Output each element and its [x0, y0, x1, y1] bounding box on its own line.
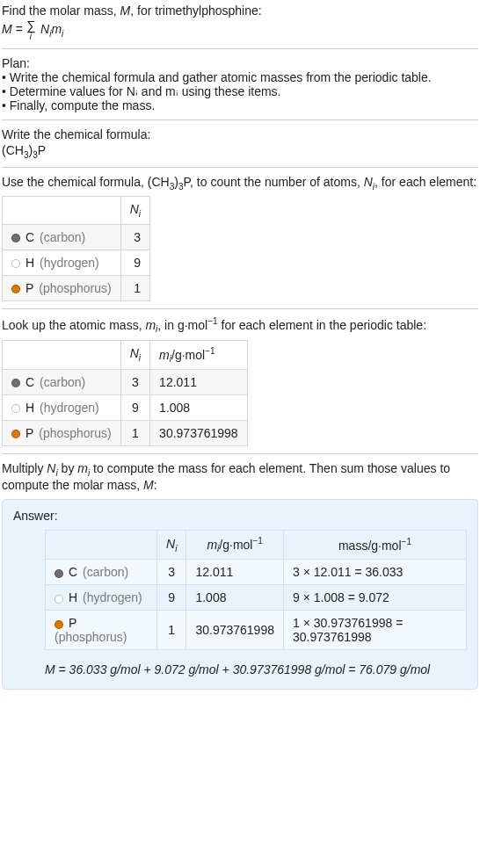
sum-index: i: [30, 33, 32, 41]
table-row: C (carbon) 3 12.011: [3, 370, 248, 395]
table-row: H (hydrogen) 9 1.008: [3, 395, 248, 421]
var-m: m: [77, 461, 88, 475]
var-M: M: [143, 478, 154, 492]
element-symbol: H: [69, 590, 77, 604]
formula-lead: Write the chemical formula:: [2, 127, 478, 141]
table-header-row: Ni mi/g·mol−1: [3, 340, 248, 369]
element-symbol: P: [25, 426, 33, 440]
text: P, to count the number of atoms,: [184, 175, 364, 189]
element-name: (carbon): [40, 230, 85, 244]
eq-m-sub: i: [62, 29, 63, 39]
var-m: m: [145, 318, 156, 332]
divider: [2, 119, 478, 120]
plan-item: Write the chemical formula and gather at…: [2, 70, 478, 84]
text: Multiply: [2, 461, 47, 475]
element-swatch-icon: [55, 595, 63, 604]
element-swatch-icon: [55, 620, 63, 629]
eq-lhs: M: [2, 22, 12, 36]
header-N: Ni: [120, 197, 149, 225]
header-N: Ni: [120, 340, 149, 369]
element-name: (phosphorus): [39, 281, 112, 295]
divider: [2, 167, 478, 168]
element-name: (phosphorus): [55, 630, 127, 644]
m-cell: 1.008: [150, 395, 248, 421]
var-M: M: [120, 4, 131, 18]
var-N: N: [47, 461, 55, 475]
element-swatch-icon: [11, 379, 20, 387]
element-cell: H (hydrogen): [3, 250, 121, 276]
mass-lead: Look up the atomic mass, mi, in g·mol−1 …: [2, 316, 478, 334]
table-row: C (carbon) 3 12.011 3 × 12.011 = 36.033: [46, 560, 467, 585]
element-symbol: P: [69, 616, 76, 630]
element-name: (hydrogen): [40, 256, 99, 270]
table-row: P (phosphorus) 1 30.973761998 1 × 30.973…: [46, 611, 467, 650]
header-empty: [3, 197, 121, 225]
element-symbol: H: [25, 401, 34, 415]
table-row: C (carbon) 3: [3, 225, 150, 250]
header-m: mi/g·mol−1: [150, 340, 248, 369]
n-cell: 1: [120, 276, 149, 301]
n-cell: 9: [157, 585, 186, 611]
plan-list: Write the chemical formula and gather at…: [2, 70, 478, 112]
formula-part: P: [38, 143, 46, 157]
text: , for trimethylphosphine:: [130, 4, 261, 18]
chemical-formula: (CH3)3P: [2, 143, 478, 160]
element-cell: C (carbon): [3, 370, 121, 395]
plan-title: Plan:: [2, 56, 478, 70]
n-cell: 9: [120, 395, 149, 421]
element-swatch-icon: [11, 234, 20, 242]
mass-cell: 3 × 12.011 = 36.033: [283, 560, 466, 585]
text: for each element in the periodic table:: [218, 318, 426, 332]
element-symbol: C: [69, 565, 77, 579]
molar-mass-equation: M = ∑i Nimi: [2, 19, 478, 41]
count-block: Use the chemical formula, (CH3)3P, to co…: [2, 175, 478, 302]
atomic-mass-table: Ni mi/g·mol−1 C (carbon) 3 12.011 H (hyd…: [2, 340, 248, 446]
n-cell: 3: [120, 225, 149, 250]
divider: [2, 48, 478, 49]
element-symbol: P: [25, 281, 33, 295]
element-cell: C (carbon): [46, 560, 157, 585]
text: Use the chemical formula, (CH: [2, 175, 170, 189]
m-cell: 12.011: [186, 560, 284, 585]
compute-block: Multiply Ni by mi to compute the mass fo…: [2, 461, 478, 492]
element-name: (carbon): [83, 565, 128, 579]
element-cell: H (hydrogen): [3, 395, 121, 421]
table-header-row: Ni mi/g·mol−1 mass/g·mol−1: [46, 530, 467, 559]
text: by: [58, 461, 78, 475]
plan-block: Plan: Write the chemical formula and gat…: [2, 56, 478, 112]
n-cell: 3: [157, 560, 186, 585]
divider: [2, 308, 478, 309]
element-symbol: C: [25, 230, 34, 244]
compute-lead: Multiply Ni by mi to compute the mass fo…: [2, 461, 478, 492]
table-row: H (hydrogen) 9: [3, 250, 150, 276]
text: :: [154, 478, 157, 492]
element-cell: H (hydrogen): [46, 585, 157, 611]
var-N: N: [364, 175, 373, 189]
element-swatch-icon: [11, 285, 20, 293]
element-cell: P (phosphorus): [3, 421, 121, 446]
atomic-mass-block: Look up the atomic mass, mi, in g·mol−1 …: [2, 316, 478, 446]
element-name: (carbon): [40, 375, 85, 389]
formula-block: Write the chemical formula: (CH3)3P: [2, 127, 478, 160]
element-name: (phosphorus): [39, 426, 112, 440]
element-swatch-icon: [11, 259, 20, 268]
count-lead: Use the chemical formula, (CH3)3P, to co…: [2, 175, 478, 192]
text: Look up the atomic mass,: [2, 318, 145, 332]
m-cell: 12.011: [150, 370, 248, 395]
answer-label: Answer:: [13, 509, 467, 523]
n-cell: 1: [157, 611, 186, 650]
element-cell: C (carbon): [3, 225, 121, 250]
element-symbol: H: [25, 256, 34, 270]
n-cell: 3: [120, 370, 149, 395]
text: , for each element:: [375, 175, 476, 189]
plan-item: Determine values for Nᵢ and mᵢ using the…: [2, 84, 478, 98]
text: Find the molar mass,: [2, 4, 120, 18]
element-swatch-icon: [11, 404, 20, 413]
element-swatch-icon: [55, 569, 63, 578]
element-name: (hydrogen): [40, 401, 99, 415]
n-cell: 1: [120, 421, 149, 446]
header-m: mi/g·mol−1: [186, 530, 284, 559]
mass-cell: 9 × 1.008 = 9.072: [283, 585, 466, 611]
table-row: H (hydrogen) 9 1.008 9 × 1.008 = 9.072: [46, 585, 467, 611]
header-mass: mass/g·mol−1: [283, 530, 466, 559]
